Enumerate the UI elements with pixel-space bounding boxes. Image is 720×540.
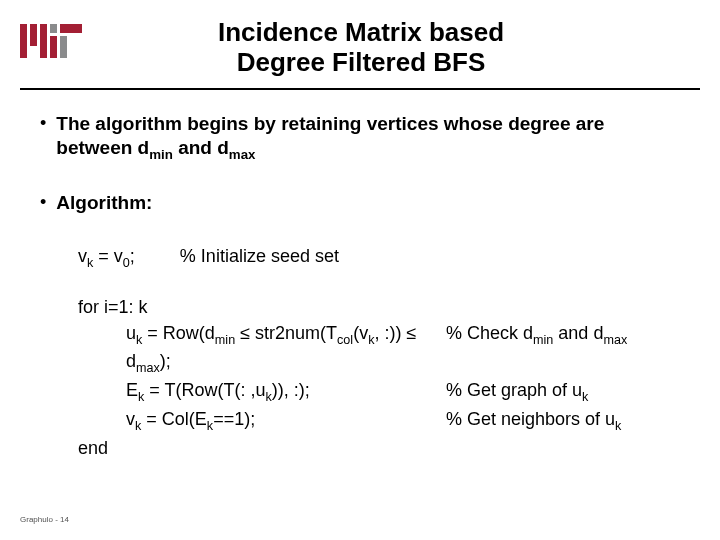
svg-rect-2 (40, 24, 47, 58)
slide-footer: Graphulo - 14 (20, 515, 69, 524)
title-container: Incidence Matrix based Degree Filtered B… (82, 18, 700, 78)
algo-body: uk = Row(dmin ≤ str2num(Tcol(vk, :)) ≤ d… (126, 320, 682, 435)
algo-for-line: for i=1: k (78, 294, 682, 320)
algo-init-comment: % Initialize seed set (180, 243, 339, 269)
bullet-1: • The algorithm begins by retaining vert… (38, 112, 682, 163)
algorithm-block: vk = v0; % Initialize seed set for i=1: … (78, 243, 682, 461)
bullet-dot-icon: • (40, 191, 46, 213)
svg-rect-0 (20, 24, 27, 58)
slide-content: • The algorithm begins by retaining vert… (0, 90, 720, 461)
svg-rect-3 (50, 24, 57, 33)
slide-title: Incidence Matrix based Degree Filtered B… (82, 18, 640, 78)
bullet-2: • Algorithm: (38, 191, 682, 215)
algo-init-line: vk = v0; % Initialize seed set (78, 243, 682, 272)
algo-end-line: end (78, 435, 682, 461)
algo-line-1-comment: % Check dmin and dmax (446, 320, 627, 378)
algo-line-2-comment: % Get graph of uk (446, 377, 588, 406)
svg-rect-5 (60, 24, 82, 33)
svg-rect-6 (60, 36, 67, 58)
svg-rect-4 (50, 36, 57, 58)
algo-line-3-comment: % Get neighbors of uk (446, 406, 621, 435)
bullet-dot-icon: • (40, 112, 46, 134)
slide-header: Incidence Matrix based Degree Filtered B… (0, 0, 720, 78)
mit-logo (20, 24, 82, 62)
algo-line-3-code: vk = Col(Ek==1); (126, 406, 446, 435)
svg-rect-1 (30, 24, 37, 46)
title-line-2: Degree Filtered BFS (237, 47, 486, 77)
bullet-1-text: The algorithm begins by retaining vertic… (56, 112, 682, 163)
algo-line-2: Ek = T(Row(T(: ,uk)), :); % Get graph of… (126, 377, 682, 406)
algo-line-3: vk = Col(Ek==1); % Get neighbors of uk (126, 406, 682, 435)
algo-line-1-code: uk = Row(dmin ≤ str2num(Tcol(vk, :)) ≤ d… (126, 320, 446, 378)
bullet-2-text: Algorithm: (56, 191, 152, 215)
title-line-1: Incidence Matrix based (218, 17, 504, 47)
algo-line-1: uk = Row(dmin ≤ str2num(Tcol(vk, :)) ≤ d… (126, 320, 682, 378)
algo-line-2-code: Ek = T(Row(T(: ,uk)), :); (126, 377, 446, 406)
